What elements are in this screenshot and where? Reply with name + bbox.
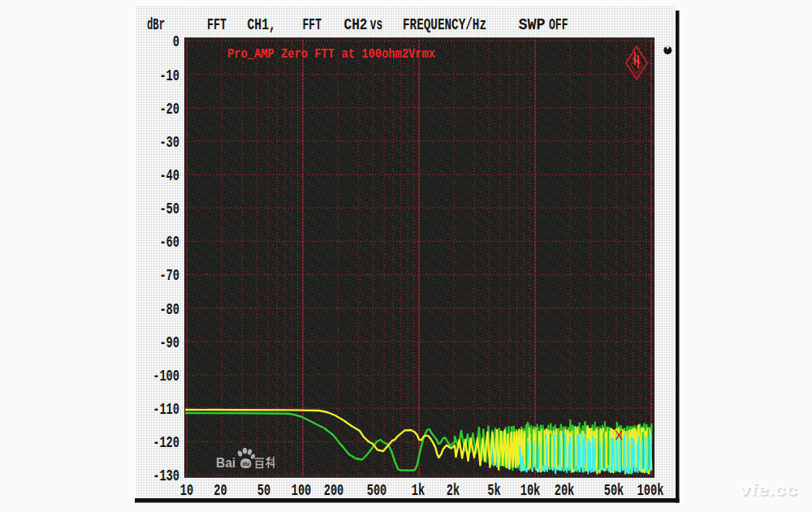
- svg-text:CH2: CH2: [344, 15, 368, 34]
- svg-text:-130: -130: [153, 467, 179, 485]
- svg-text:-40: -40: [159, 166, 179, 185]
- svg-text:Pro_AMP Zero FTT at 100ohm2Vrm: Pro_AMP Zero FTT at 100ohm2Vrmx: [227, 47, 435, 62]
- svg-text:2k: 2k: [447, 481, 460, 500]
- svg-text:20k: 20k: [555, 481, 575, 500]
- svg-text:FFT: FFT: [207, 15, 227, 34]
- svg-text:-110: -110: [153, 400, 179, 419]
- svg-text:FFT: FFT: [303, 15, 322, 34]
- svg-text:100: 100: [292, 481, 312, 500]
- svg-text:OFF: OFF: [549, 15, 568, 34]
- svg-text:-10: -10: [159, 67, 179, 85]
- svg-text:20: 20: [214, 481, 227, 500]
- svg-text:-50: -50: [159, 200, 179, 218]
- svg-text:SWP: SWP: [518, 15, 545, 34]
- svg-text:Bai: Bai: [216, 456, 235, 470]
- svg-text:dBr: dBr: [147, 15, 165, 34]
- svg-text:-70: -70: [159, 266, 179, 285]
- svg-text:10k: 10k: [520, 481, 541, 500]
- svg-text:-80: -80: [159, 300, 179, 319]
- svg-text:500: 500: [367, 481, 387, 500]
- svg-text:vs: vs: [370, 15, 382, 34]
- svg-text:-90: -90: [159, 333, 179, 352]
- svg-text:du: du: [243, 460, 250, 467]
- svg-text:0: 0: [173, 32, 179, 51]
- svg-text:200: 200: [324, 481, 344, 500]
- svg-text:-30: -30: [159, 133, 179, 152]
- svg-text:vfe.cc: vfe.cc: [739, 480, 797, 498]
- svg-text:CH1,: CH1,: [248, 15, 277, 34]
- svg-text:100k: 100k: [637, 481, 664, 500]
- svg-text:50k: 50k: [604, 481, 624, 500]
- svg-text:1k: 1k: [412, 481, 425, 500]
- svg-text:5k: 5k: [487, 481, 500, 500]
- svg-text:10: 10: [180, 481, 193, 500]
- svg-text:-20: -20: [159, 100, 179, 118]
- svg-text:-60: -60: [159, 233, 179, 252]
- svg-text:-120: -120: [153, 433, 179, 452]
- svg-text:50: 50: [257, 481, 270, 500]
- svg-text:-100: -100: [153, 367, 179, 385]
- svg-text:FREQUENCY/Hz: FREQUENCY/Hz: [403, 15, 486, 34]
